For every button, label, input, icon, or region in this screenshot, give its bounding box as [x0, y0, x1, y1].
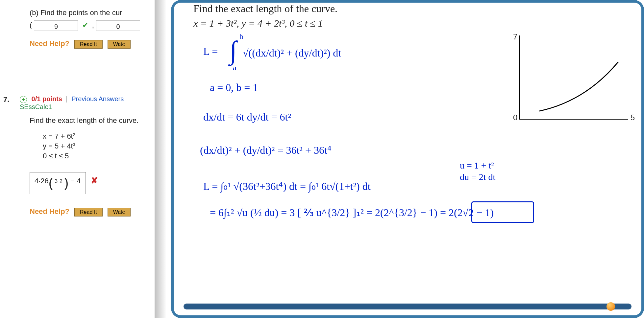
slide-title: Find the exact length of the curve.: [193, 3, 337, 15]
answer-frac-den: 2: [59, 178, 63, 184]
scrubber-handle[interactable]: [607, 302, 615, 311]
slide-given: x = 1 + 3t², y = 4 + 2t³, 0 ≤ t ≤ 1: [193, 18, 323, 29]
expand-icon[interactable]: +: [20, 96, 27, 103]
read-it-button[interactable]: Read It: [74, 40, 103, 49]
question-part-b: (b) Find the points on the cur ( 9 ✔ , 0…: [30, 7, 155, 49]
submitted-answer[interactable]: 4·26(32) − 4: [30, 172, 86, 194]
work-lim-b: b: [239, 32, 243, 41]
question-number: 7.: [3, 95, 9, 104]
comma: ,: [92, 21, 96, 29]
previous-answers-link[interactable]: Previous Answers: [71, 95, 124, 102]
need-help-label: Need Help?: [30, 39, 69, 48]
work-l3: dx/dt = 6t dy/dt = 6t²: [203, 111, 291, 123]
work-L: L =: [203, 45, 218, 57]
axis-y-max: 7: [513, 32, 517, 41]
check-icon: ✔: [82, 21, 88, 29]
watch-it-button-2[interactable]: Watc: [108, 208, 131, 216]
score-separator: |: [66, 95, 67, 102]
work-int: ∫: [230, 35, 237, 65]
panel-shadow: [155, 0, 166, 318]
cross-icon: ✘: [91, 175, 98, 185]
eq-y-exp: 3: [73, 142, 75, 147]
axis-x-max: 5: [631, 113, 635, 122]
final-answer-box: [471, 201, 534, 223]
work-l4: (dx/dt)² + (dy/dt)² = 36t² + 36t⁴: [200, 144, 332, 156]
curve-plot: 5 0 7: [519, 35, 628, 120]
eq-x-exp: 2: [73, 132, 75, 137]
answer-input-2[interactable]: 0: [96, 20, 140, 31]
q7-prompt: Find the exact length of the curve.: [30, 115, 155, 126]
answer-a: 4·26: [35, 177, 49, 185]
partb-prompt: (b) Find the points on the cur: [30, 7, 155, 18]
paren-open: (: [30, 21, 34, 29]
work-l5b: u = 1 + t²: [460, 160, 494, 171]
answer-input-1[interactable]: 9: [34, 20, 78, 31]
eq-x: x = 7 + 6t: [43, 132, 73, 140]
homework-panel: (b) Find the points on the cur ( 9 ✔ , 0…: [0, 0, 155, 318]
score-value: 0/1 points: [32, 95, 62, 102]
work-lim-a: a: [233, 63, 236, 72]
axis-origin: 0: [513, 113, 517, 122]
work-l5c: du = 2t dt: [460, 172, 495, 182]
watch-it-button[interactable]: Watc: [108, 40, 131, 49]
answer-b: − 4: [68, 177, 81, 185]
slide: Find the exact length of the curve. x = …: [190, 3, 635, 292]
video-scrubber[interactable]: [184, 304, 632, 309]
work-l5a: L = ∫₀¹ √(36t²+36t⁴) dt = ∫₀¹ 6t√(1+t²) …: [203, 180, 371, 193]
need-help-label-2: Need Help?: [30, 207, 69, 216]
eq-range: 0 ≤ t ≤ 5: [43, 152, 155, 160]
work-l2: a = 0, b = 1: [210, 81, 258, 94]
answer-frac-num: 3: [54, 178, 59, 184]
question-7-body: Find the exact length of the curve. x = …: [30, 108, 155, 216]
eq-y: y = 5 + 4t: [43, 142, 73, 150]
read-it-button-2[interactable]: Read It: [74, 208, 103, 216]
video-viewer: Find the exact length of the curve. x = …: [171, 0, 644, 318]
work-integrand: √((dx/dt)² + (dy/dt)²) dt: [243, 47, 341, 59]
work-l6: = 6∫₁² √u (½ du) = 3 [ ⅔ u^{3/2} ]₁² = 2…: [210, 206, 494, 219]
